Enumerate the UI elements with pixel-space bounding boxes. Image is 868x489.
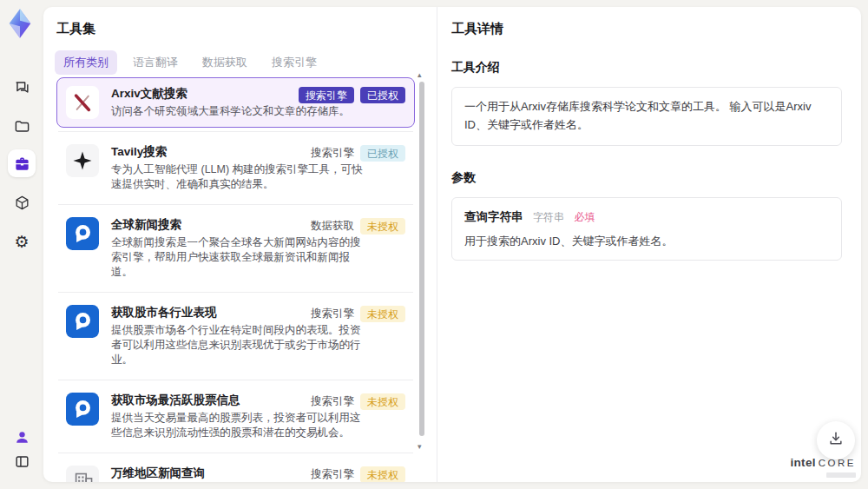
- tool-badges: 搜索引擎未授权: [311, 393, 405, 410]
- tool-category-badge: 搜索引擎: [311, 146, 354, 161]
- tool-auth-badge: 未授权: [360, 218, 405, 235]
- tool-auth-badge: 未授权: [360, 466, 405, 482]
- tool-badges: 搜索引擎未授权: [311, 466, 405, 482]
- list-divider: [58, 292, 413, 293]
- tab-label: 语言翻译: [133, 56, 178, 69]
- tool-category-badge: 数据获取: [311, 219, 354, 234]
- tool-badges: 搜索引擎已授权: [299, 87, 405, 103]
- intro-text: 一个用于从Arxiv存储库搜索科学论文和文章的工具。 输入可以是Arxiv ID…: [464, 98, 829, 135]
- tool-auth-badge: 未授权: [360, 306, 405, 322]
- category-tab[interactable]: 搜索引擎: [263, 50, 326, 75]
- tool-auth-badge: 已授权: [360, 145, 405, 162]
- param-name: 查询字符串: [464, 210, 523, 223]
- list-scrollbar[interactable]: [419, 82, 424, 436]
- tool-card[interactable]: 全球新闻搜索 全球新闻搜索是一个聚合全球各大新闻网站内容的搜索引擎，帮助用户快速…: [56, 208, 415, 288]
- category-tab[interactable]: 数据获取: [194, 50, 256, 75]
- category-tab[interactable]: 所有类别: [55, 50, 117, 75]
- category-tabs: 所有类别语言翻译数据获取搜索引擎: [55, 50, 326, 75]
- tool-category-badge: 搜索引擎: [311, 307, 354, 321]
- list-divider: [58, 131, 413, 132]
- tool-badges: 搜索引擎未授权: [311, 306, 405, 322]
- scroll-down-arrow[interactable]: ▾: [418, 443, 422, 451]
- tool-icon: [66, 305, 99, 338]
- tool-card[interactable]: 万维地区新闻查询 查询具体行政区划内的新闻，快速了解各地新闻动 搜索引擎未授权: [56, 457, 415, 482]
- tool-icon: [66, 466, 99, 482]
- tab-label: 所有类别: [63, 56, 108, 69]
- brand-primary: intel: [791, 456, 816, 469]
- sidebar-item-panel-toggle[interactable]: [8, 447, 36, 475]
- tool-detail-panel: 工具详情 工具介绍 一个用于从Arxiv存储库搜索科学论文和文章的工具。 输入可…: [437, 7, 861, 482]
- sidebar-item-settings[interactable]: ⚙︎: [8, 228, 36, 255]
- gear-icon: ⚙︎: [14, 234, 29, 250]
- tool-card[interactable]: Arxiv文献搜索 访问各个研究领域大量科学论文和文章的存储库。 搜索引擎已授权: [56, 77, 415, 128]
- tool-card[interactable]: 获取市场最活跃股票信息 提供当天交易量最高的股票列表，投资者可以利用这些信息来识…: [56, 384, 415, 449]
- tool-badges: 搜索引擎已授权: [311, 145, 405, 162]
- tool-list: Arxiv文献搜索 访问各个研究领域大量科学论文和文章的存储库。 搜索引擎已授权…: [56, 77, 415, 482]
- tab-label: 搜索引擎: [272, 56, 317, 69]
- download-button[interactable]: [817, 421, 855, 459]
- intel-core-logo: intelcore: [791, 455, 857, 478]
- page-title: 工具集: [56, 21, 95, 37]
- tool-badges: 数据获取未授权: [311, 218, 405, 235]
- tool-icon: [66, 393, 99, 426]
- tool-category-badge: 搜索引擎: [311, 394, 354, 409]
- briefcase-icon: [14, 155, 30, 172]
- intro-box: 一个用于从Arxiv存储库搜索科学论文和文章的工具。 输入可以是Arxiv ID…: [451, 87, 842, 146]
- tool-description: 提供当天交易量最高的股票列表，投资者可以利用这些信息来识别流动性强的股票和潜在的…: [111, 411, 365, 440]
- tool-category-badge: 搜索引擎: [311, 467, 354, 482]
- main-panel: 工具集 所有类别语言翻译数据获取搜索引擎 Arxiv文献搜索 访问各个研究领域大…: [43, 7, 861, 482]
- params-heading: 参数: [451, 170, 842, 186]
- param-type: 字符串: [533, 211, 564, 223]
- tool-icon: [66, 86, 99, 119]
- tool-icon: [66, 144, 99, 177]
- scroll-up-arrow[interactable]: ▴: [418, 71, 422, 79]
- brand-secondary: core: [819, 458, 856, 468]
- intro-heading: 工具介绍: [451, 60, 842, 76]
- tool-auth-badge: 已授权: [360, 87, 405, 103]
- tab-label: 数据获取: [202, 56, 247, 69]
- param-box: 查询字符串 字符串 必填 用于搜索的Arxiv ID、关键字或作者姓名。: [451, 197, 842, 261]
- tool-description: 全球新闻搜索是一个聚合全球各大新闻网站内容的搜索引擎，帮助用户快速获取全球最新资…: [111, 235, 365, 280]
- intel-ultra-mark: [826, 472, 856, 478]
- tool-icon: [66, 217, 99, 250]
- tool-description: 提供股票市场各个行业在特定时间段内的表现。投资者可以利用这些信息来识别表现优于或…: [111, 323, 365, 367]
- download-icon: [827, 430, 845, 451]
- tool-description: 访问各个研究领域大量科学论文和文章的存储库。: [111, 104, 350, 119]
- user-icon: [14, 429, 30, 446]
- list-divider: [58, 380, 413, 380]
- tool-auth-badge: 未授权: [360, 393, 405, 410]
- tool-description: 专为人工智能代理 (LLM) 构建的搜索引擎工具，可快速提供实时、准确和真实的结…: [111, 162, 365, 192]
- detail-title: 工具详情: [451, 21, 842, 37]
- sidebar-item-tools[interactable]: [8, 149, 36, 177]
- folder-icon: [14, 118, 30, 135]
- sidebar-item-files[interactable]: [8, 112, 36, 140]
- sidebar-item-chat[interactable]: [8, 73, 36, 101]
- tool-card[interactable]: 获取股市各行业表现 提供股票市场各个行业在特定时间段内的表现。投资者可以利用这些…: [56, 296, 415, 376]
- chat-icon: [14, 79, 30, 96]
- category-tab[interactable]: 语言翻译: [124, 50, 187, 75]
- sidebar-item-packages[interactable]: [8, 188, 36, 216]
- tool-category-badge: 搜索引擎: [299, 87, 354, 103]
- tool-card[interactable]: Tavily搜索 专为人工智能代理 (LLM) 构建的搜索引擎工具，可快速提供实…: [56, 135, 415, 201]
- param-required-badge: 必填: [574, 211, 595, 223]
- left-sidebar: ⚙︎: [0, 0, 43, 489]
- list-divider: [58, 204, 413, 205]
- cube-icon: [14, 195, 30, 211]
- param-desc: 用于搜索的Arxiv ID、关键字或作者姓名。: [464, 233, 829, 250]
- app-logo: [7, 7, 33, 40]
- list-divider: [58, 453, 413, 453]
- panel-toggle-icon: [14, 453, 30, 470]
